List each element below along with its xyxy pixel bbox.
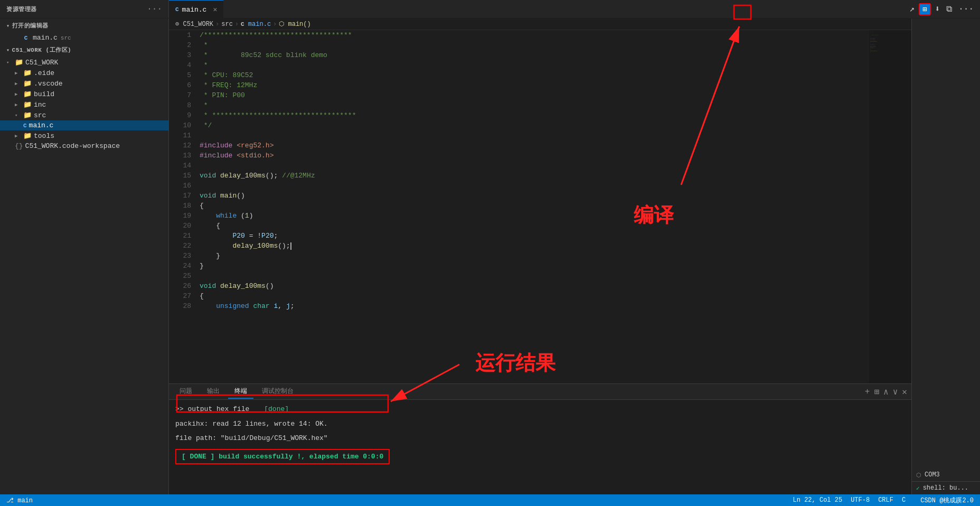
open-editors-label: 打开的编辑器 — [12, 22, 49, 30]
shell-check-icon: ✓ — [916, 485, 920, 492]
terminal-line-2 — [175, 415, 905, 419]
file-icon-main-c: C — [23, 123, 27, 129]
explorer-menu-button[interactable]: ··· — [147, 4, 162, 14]
terminal-done-badge: [done] — [264, 405, 289, 413]
explorer-label: 资源管理器 — [6, 5, 37, 13]
status-bar: ⎇ main Ln 22, Col 25 UTF-8 CRLF C CSDN @… — [0, 494, 980, 506]
build-success-box: [ DONE ] build successfully !, elapsed t… — [175, 449, 390, 465]
tree-label-tools: tools — [34, 132, 54, 140]
go-to-file-button[interactable]: ↗ — [907, 3, 917, 15]
folder-icon-tools: 📁 — [23, 132, 32, 140]
open-file-main-c[interactable]: C main.c src — [0, 33, 168, 43]
tree-label-eide: .eide — [34, 69, 54, 77]
tab-label: main.c — [182, 6, 207, 14]
folder-icon-src: 📁 — [23, 111, 32, 119]
expand-icon-tools: ▶ — [15, 133, 21, 139]
folder-icon-inc: 📁 — [23, 100, 32, 109]
panel-tab-terminal[interactable]: 终端 — [228, 385, 253, 399]
workspace-file-icon: {} — [15, 142, 23, 150]
workspace-section[interactable]: ▾ C51_WORK (工作区) — [0, 43, 168, 57]
tree-eide[interactable]: ▶ 📁 .eide — [0, 68, 168, 78]
code-editor: 12345 678910 1112131415 1617181920 21222… — [169, 30, 911, 383]
panel-tab-problems[interactable]: 问题 — [173, 385, 199, 399]
tab-file-icon: C — [175, 6, 179, 13]
tree-build[interactable]: ▶ 📁 build — [0, 89, 168, 99]
status-bar-eol: CRLF — [878, 496, 893, 504]
tree-label-main-c: main.c — [29, 121, 54, 129]
panel-tabs: 问题 输出 终端 调试控制台 + ⊞ ∧ ∨ ✕ — [169, 384, 911, 400]
panel-split-button[interactable]: ⊞ — [874, 387, 879, 397]
panel-add-button[interactable]: + — [865, 387, 870, 397]
file-c-icon: C — [21, 35, 31, 41]
panel-close-button[interactable]: ✕ — [902, 387, 907, 397]
breadcrumb-part2[interactable]: src — [221, 21, 233, 28]
breadcrumb-part4[interactable]: ⬡ main() — [279, 20, 310, 28]
workspace-label: C51_WORK (工作区) — [12, 46, 72, 54]
breadcrumb: ⊙ C51_WORK › src › C main.c › ⬡ main() — [169, 18, 911, 30]
folder-icon-c51work: 📁 — [15, 58, 23, 67]
status-bar-csdn: CSDN @桃成蹊2.0 — [920, 496, 974, 505]
com3-label: COM3 — [925, 471, 940, 479]
panel-min-button[interactable]: ∧ — [883, 387, 889, 397]
expand-icon-build: ▶ — [15, 91, 21, 97]
sidebar: ▾ 打开的编辑器 C main.c src ▾ C51_WORK (工作区) ▾… — [0, 18, 169, 494]
folder-icon-build: 📁 — [23, 90, 32, 98]
terminal-line-5: file path: "build/Debug/C51_WORK.hex" — [175, 433, 905, 444]
collapse-icon: ▾ — [6, 60, 13, 65]
panel-area: 问题 输出 终端 调试控制台 + ⊞ ∧ ∨ ✕ >> output hex f… — [169, 383, 911, 494]
open-file-path: src — [61, 35, 71, 41]
expand-icon-vscode: ▶ — [15, 81, 21, 87]
status-bar-lang: C — [902, 496, 906, 504]
tree-workspace-file[interactable]: {} C51_WORK.code-workspace — [0, 141, 168, 151]
open-editors-section[interactable]: ▾ 打开的编辑器 — [0, 18, 168, 33]
serial-shell-item[interactable]: ✓ shell: bu... — [912, 482, 980, 494]
terminal-line-1: >> output hex file [done] — [175, 404, 905, 415]
breadcrumb-sep2: › — [235, 21, 239, 28]
tree-label-build: build — [34, 90, 54, 98]
tree-label-vscode: .vscode — [34, 80, 63, 88]
tab-close-button[interactable]: ✕ — [213, 5, 217, 14]
minimap: /***** * * 89c52 blink * #include #inclu… — [869, 30, 911, 383]
expand-icon-inc: ▶ — [15, 102, 21, 108]
status-bar-position: Ln 22, Col 25 — [793, 496, 843, 504]
tree-main-c[interactable]: C main.c — [0, 120, 168, 130]
tree-label-c51work: C51_WORK — [25, 59, 58, 67]
breadcrumb-sep3: › — [273, 21, 277, 28]
tree-label-workspace-file: C51_WORK.code-workspace — [25, 142, 120, 150]
layout-button[interactable]: ⧉ — [944, 3, 954, 15]
com-icon: ⬡ — [916, 472, 921, 479]
expand-icon-eide: ▶ — [15, 70, 21, 76]
panel-content: >> output hex file [done] packihx: read … — [169, 400, 911, 494]
panel-tab-output[interactable]: 输出 — [201, 385, 226, 399]
tree-c51work[interactable]: ▾ 📁 C51_WORK — [0, 57, 168, 68]
split-editor-button[interactable]: ⊞ — [919, 3, 930, 15]
tree-src[interactable]: ▾ 📁 src — [0, 110, 168, 120]
tree-label-inc: inc — [34, 101, 46, 109]
tree-inc[interactable]: ▶ 📁 inc — [0, 99, 168, 110]
tree-vscode[interactable]: ▶ 📁 .vscode — [0, 78, 168, 89]
status-bar-left: ⎇ main — [6, 496, 33, 504]
build-success-text: [ DONE ] build successfully !, elapsed t… — [182, 453, 383, 461]
terminal-line-3: packihx: read 12 lines, wrote 14: OK. — [175, 419, 905, 429]
folder-icon-vscode: 📁 — [23, 79, 32, 88]
main-c-tab[interactable]: C main.c ✕ — [169, 0, 224, 18]
terminal-line-4 — [175, 429, 905, 433]
open-file-label: main.c — [33, 34, 58, 42]
breadcrumb-part1[interactable]: ⊙ C51_WORK — [175, 20, 213, 28]
more-actions-button[interactable]: ··· — [956, 3, 976, 15]
terminal-line-6 — [175, 444, 905, 448]
shell-label: shell: bu... — [923, 484, 968, 492]
breadcrumb-part3[interactable]: C main.c — [241, 21, 271, 28]
panel-max-button[interactable]: ∨ — [893, 387, 898, 397]
folder-icon-eide: 📁 — [23, 69, 32, 77]
download-button[interactable]: ⬇ — [933, 3, 943, 15]
tree-tools[interactable]: ▶ 📁 tools — [0, 130, 168, 141]
expand-icon-src: ▾ — [15, 113, 21, 118]
status-bar-encoding: UTF-8 — [851, 496, 870, 504]
breadcrumb-sep1: › — [215, 21, 219, 28]
panel-tab-debug[interactable]: 调试控制台 — [256, 385, 300, 399]
serial-com3-item[interactable]: ⬡ COM3 — [912, 468, 980, 482]
line-numbers: 12345 678910 1112131415 1617181920 21222… — [169, 30, 195, 383]
tree-label-src: src — [34, 111, 46, 119]
code-content[interactable]: /************************************ * … — [195, 30, 869, 383]
